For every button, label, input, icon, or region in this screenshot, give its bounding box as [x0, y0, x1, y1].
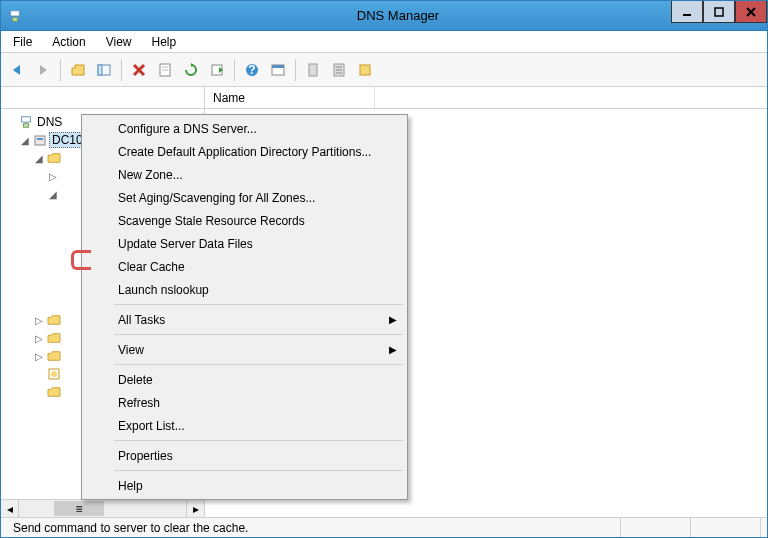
menu-help[interactable]: Help: [142, 33, 187, 51]
svg-point-35: [51, 371, 57, 377]
expander-icon[interactable]: ◢: [33, 153, 45, 164]
menu-view[interactable]: View: [96, 33, 142, 51]
annotation-bracket: [71, 250, 91, 270]
expander-icon[interactable]: ◢: [47, 189, 59, 200]
expander-icon[interactable]: ▷: [47, 171, 59, 182]
menu-create-partitions[interactable]: Create Default Application Directory Par…: [84, 140, 405, 163]
options-button[interactable]: [353, 58, 377, 82]
svg-rect-33: [37, 138, 43, 140]
statusbar: Send command to server to clear the cach…: [1, 517, 767, 537]
help-button[interactable]: ?: [240, 58, 264, 82]
menu-aging[interactable]: Set Aging/Scavenging for All Zones...: [84, 186, 405, 209]
export-button[interactable]: [205, 58, 229, 82]
menubar: File Action View Help: [1, 31, 767, 53]
folder-icon: [45, 386, 63, 398]
menu-scavenge[interactable]: Scavenge Stale Resource Records: [84, 209, 405, 232]
svg-rect-10: [98, 65, 102, 75]
svg-marker-8: [40, 65, 47, 75]
close-button[interactable]: [735, 1, 767, 23]
tree-root-label: DNS: [35, 115, 64, 129]
status-cell: [691, 518, 761, 537]
svg-text:?: ?: [248, 63, 255, 77]
menu-file[interactable]: File: [3, 33, 42, 51]
svg-rect-28: [360, 65, 370, 75]
folder-icon: [45, 314, 63, 326]
menu-all-tasks[interactable]: All Tasks▶: [84, 308, 405, 331]
context-menu: Configure a DNS Server... Create Default…: [81, 114, 408, 500]
menu-nslookup[interactable]: Launch nslookup: [84, 278, 405, 301]
properties-button[interactable]: [153, 58, 177, 82]
refresh-button[interactable]: [179, 58, 203, 82]
menu-properties[interactable]: Properties: [84, 444, 405, 467]
menu-export[interactable]: Export List...: [84, 414, 405, 437]
svg-rect-4: [715, 8, 723, 16]
submenu-arrow-icon: ▶: [389, 314, 397, 325]
folder-icon: [45, 152, 63, 164]
menu-clear-cache[interactable]: Clear Cache: [84, 255, 405, 278]
folder-icon: [45, 332, 63, 344]
minimize-button[interactable]: [671, 1, 703, 23]
svg-rect-1: [12, 17, 17, 21]
list-header: Name: [205, 87, 767, 109]
expander-icon[interactable]: ▷: [33, 351, 45, 362]
window-title: DNS Manager: [29, 8, 767, 23]
status-text: Send command to server to clear the cach…: [7, 518, 621, 537]
svg-rect-0: [11, 10, 20, 15]
log-icon: [45, 367, 63, 381]
scroll-right-icon[interactable]: ▸: [186, 500, 204, 517]
back-button[interactable]: [5, 58, 29, 82]
svg-rect-32: [35, 136, 45, 145]
svg-marker-7: [13, 65, 20, 75]
scroll-thumb[interactable]: ≡: [54, 501, 104, 516]
forward-button[interactable]: [31, 58, 55, 82]
new-window-button[interactable]: [266, 58, 290, 82]
menu-new-zone[interactable]: New Zone...: [84, 163, 405, 186]
menu-help[interactable]: Help: [84, 474, 405, 497]
menu-update[interactable]: Update Server Data Files: [84, 232, 405, 255]
menu-configure-dns[interactable]: Configure a DNS Server...: [84, 117, 405, 140]
titlebar: DNS Manager: [1, 1, 767, 31]
submenu-arrow-icon: ▶: [389, 344, 397, 355]
filter-button-2[interactable]: [327, 58, 351, 82]
app-icon: [1, 9, 29, 23]
svg-rect-22: [272, 65, 284, 68]
expander-icon[interactable]: ◢: [19, 135, 31, 146]
server-icon: [31, 133, 49, 147]
expander-icon[interactable]: ▷: [33, 333, 45, 344]
up-button[interactable]: [66, 58, 90, 82]
menu-view[interactable]: View▶: [84, 338, 405, 361]
folder-icon: [45, 350, 63, 362]
column-name[interactable]: Name: [205, 87, 375, 108]
menu-delete[interactable]: Delete: [84, 368, 405, 391]
scroll-left-icon[interactable]: ◂: [1, 500, 19, 517]
menu-refresh[interactable]: Refresh: [84, 391, 405, 414]
svg-rect-23: [309, 64, 317, 76]
menu-action[interactable]: Action: [42, 33, 95, 51]
delete-button[interactable]: [127, 58, 151, 82]
svg-rect-29: [22, 117, 31, 122]
expander-icon[interactable]: ▷: [33, 315, 45, 326]
maximize-button[interactable]: [703, 1, 735, 23]
show-hide-tree-button[interactable]: [92, 58, 116, 82]
dns-root-icon: [17, 115, 35, 129]
svg-rect-30: [23, 124, 28, 128]
status-cell: [621, 518, 691, 537]
filter-button-1[interactable]: [301, 58, 325, 82]
horizontal-scrollbar[interactable]: ◂ ≡ ▸: [1, 499, 204, 517]
toolbar: ?: [1, 53, 767, 87]
